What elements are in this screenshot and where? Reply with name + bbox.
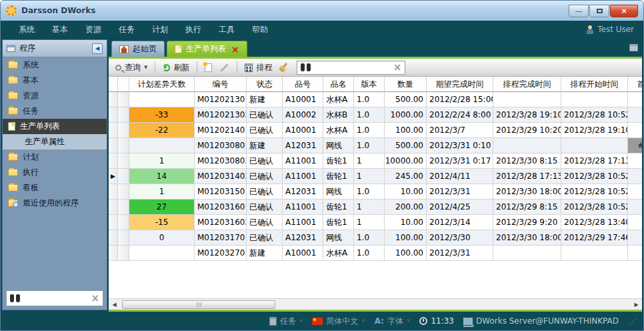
status-task-menu[interactable]: 任务 ▼ bbox=[269, 316, 303, 327]
chevron-down-icon[interactable]: ▼ bbox=[144, 65, 147, 70]
sidebar-item-plan[interactable]: 计划 bbox=[3, 149, 107, 165]
table-row[interactable]: M012021301新建A10001水杯A1.0500.002012/2/28 … bbox=[109, 92, 642, 107]
column-header-due[interactable]: 期望完成时间 bbox=[427, 77, 493, 92]
clipboard-icon bbox=[269, 317, 277, 326]
sidebar-item-resource[interactable]: 资源 bbox=[3, 88, 107, 103]
sidebar-item-basic[interactable]: 基本 bbox=[3, 73, 107, 88]
sidebar-item-task[interactable]: 任务 bbox=[3, 103, 107, 119]
cell-item_no: A12031 bbox=[283, 230, 323, 246]
column-header-status[interactable]: 状态 bbox=[247, 77, 283, 92]
cell-item_name: 水杯B bbox=[323, 107, 354, 123]
user-menu[interactable]: Test User bbox=[586, 25, 634, 34]
table-row[interactable]: ▶14M012031402已确认A11001齿轮11245.002012/4/1… bbox=[109, 169, 642, 184]
status-font-menu[interactable]: A: 字体 ▼ bbox=[375, 316, 411, 327]
pencil-icon bbox=[221, 63, 229, 72]
clock-icon bbox=[419, 317, 427, 325]
query-button[interactable]: 查询 ▼ bbox=[113, 61, 149, 75]
sidebar-item-production-order-list[interactable]: 生产单列表 bbox=[3, 119, 107, 134]
resize-grip[interactable]: ⋰ bbox=[628, 316, 637, 326]
cell-code: M012031602 bbox=[195, 215, 247, 230]
sidebar-search-input[interactable] bbox=[23, 293, 87, 304]
menu-item[interactable]: 执行 bbox=[177, 21, 210, 38]
sidebar-collapse-button[interactable]: ◀ bbox=[92, 43, 103, 54]
column-header-sched_start[interactable]: 排程开始时间 bbox=[561, 77, 628, 92]
horizontal-scrollbar[interactable]: ◀ ▶ bbox=[109, 298, 642, 310]
cell-version: 1.0 bbox=[354, 184, 385, 200]
cell-due: 2012/2/28 15:00 bbox=[427, 92, 493, 107]
menu-item[interactable]: 工具 bbox=[210, 21, 243, 38]
sidebar-item-production-order-props[interactable]: 生产单属性 bbox=[3, 134, 107, 149]
refresh-icon bbox=[163, 64, 170, 71]
maximize-button[interactable] bbox=[589, 5, 609, 17]
column-header-item_name[interactable]: 品名 bbox=[323, 77, 354, 92]
column-header-diff[interactable]: 计划差异天数 bbox=[129, 77, 195, 92]
column-header-version[interactable]: 版本 bbox=[354, 77, 385, 92]
column-header-sched_end[interactable]: 排程完成时间 bbox=[493, 77, 561, 92]
cell-diff: 27 bbox=[129, 200, 195, 215]
menu-item[interactable]: 计划 bbox=[143, 21, 177, 38]
clean-button[interactable] bbox=[277, 61, 291, 73]
row-indicator bbox=[118, 138, 129, 153]
column-header-qty[interactable]: 数量 bbox=[385, 77, 427, 92]
table-row[interactable]: 1M012031501已确认A12031网线1.010.002012/3/312… bbox=[109, 184, 642, 200]
sidebar-item-system[interactable]: 系统 bbox=[3, 57, 107, 73]
sidebar-item-label: 计划 bbox=[23, 151, 39, 163]
table-row[interactable]: M012032701新建A10001水杯A1.0100.002012/3/31 bbox=[109, 246, 642, 261]
minimize-button[interactable]: — bbox=[569, 5, 589, 17]
user-icon bbox=[586, 25, 594, 34]
edit-button[interactable] bbox=[217, 65, 231, 70]
cell-sched_start: 2012/3/28 10:52 bbox=[561, 184, 628, 200]
cell-version: 1 bbox=[354, 215, 385, 230]
schedule-button[interactable]: 排程 bbox=[243, 61, 274, 75]
row-indicator bbox=[118, 200, 129, 215]
sidebar-search-clear-icon[interactable]: × bbox=[91, 294, 99, 304]
cell-item_name: 网线 bbox=[323, 138, 354, 153]
tab-production-order-list[interactable]: 生产单列表 × bbox=[167, 41, 247, 57]
cell-extra bbox=[628, 92, 642, 107]
menu-item[interactable]: 资源 bbox=[77, 21, 110, 38]
status-bar: 任务 ▼ 简体中文 ▼ A: 字体 ▼ 11:33 DWorks Server@… bbox=[1, 312, 643, 330]
table-row[interactable]: -33M012021302已确认A10002水杯B1.01000.002012/… bbox=[109, 107, 642, 123]
cell-qty: 10.00 bbox=[385, 215, 427, 230]
column-header-item_no[interactable]: 品号 bbox=[283, 77, 323, 92]
menu-item[interactable]: 任务 bbox=[110, 21, 143, 38]
tab-overflow-icon[interactable] bbox=[629, 44, 638, 51]
new-button[interactable] bbox=[203, 62, 214, 73]
toolbar-search-input[interactable] bbox=[314, 62, 389, 73]
cell-qty: 100.00 bbox=[385, 246, 427, 261]
menu-item[interactable]: 帮助 bbox=[243, 21, 277, 38]
cell-item_no: A11001 bbox=[283, 153, 323, 169]
cell-item_name: 网线 bbox=[323, 230, 354, 246]
cell-code: M012030801 bbox=[195, 138, 247, 153]
cell-item_no: A11001 bbox=[283, 215, 323, 230]
scrollbar-thumb[interactable] bbox=[122, 300, 275, 309]
table-row[interactable]: 0M012031701已确认A12031网线1.0100.002012/3/30… bbox=[109, 230, 642, 246]
toolbar-search-clear-icon[interactable]: × bbox=[393, 63, 402, 73]
cell-diff: 14 bbox=[129, 169, 195, 184]
tab-close-icon[interactable]: × bbox=[231, 45, 239, 54]
refresh-button[interactable]: 刷新 bbox=[161, 61, 191, 75]
row-marker bbox=[109, 138, 118, 153]
sidebar-item-board[interactable]: 看板 bbox=[3, 180, 107, 196]
tab-home[interactable]: 起始页 bbox=[111, 41, 165, 57]
cell-code: M012021301 bbox=[195, 92, 247, 107]
table-row[interactable]: M012030801新建A12031网线1.0500.002012/3/31 0… bbox=[109, 138, 642, 153]
table-row[interactable]: -22M012021401已确认A10001水杯A1.0100.002012/3… bbox=[109, 123, 642, 138]
sidebar-item-execute[interactable]: 执行 bbox=[3, 165, 107, 180]
scroll-right-icon[interactable]: ▶ bbox=[631, 299, 642, 310]
status-language-menu[interactable]: 简体中文 ▼ bbox=[312, 316, 365, 327]
table-row[interactable]: 27M012031601已确认A11001齿轮11200.002012/4/25… bbox=[109, 200, 642, 215]
cell-version: 1 bbox=[354, 200, 385, 215]
column-header-extra[interactable]: 首 bbox=[628, 77, 642, 92]
sidebar-item-recent[interactable]: 最近使用的程序 bbox=[3, 196, 107, 211]
menu-item[interactable]: 基本 bbox=[43, 21, 77, 38]
broom-icon bbox=[279, 63, 289, 72]
menu-item[interactable]: 系统 bbox=[10, 21, 43, 38]
close-button[interactable]: × bbox=[610, 5, 638, 17]
cell-item_no: A12031 bbox=[283, 184, 323, 200]
cell-version: 1.0 bbox=[354, 138, 385, 153]
scroll-left-icon[interactable]: ◀ bbox=[109, 299, 120, 310]
table-row[interactable]: -15M012031602已确认A11001齿轮1110.002012/3/14… bbox=[109, 215, 642, 230]
table-row[interactable]: 1M012030802已确认A11001齿轮1110000.002012/3/3… bbox=[109, 153, 642, 169]
column-header-code[interactable]: 编号 bbox=[195, 77, 247, 92]
